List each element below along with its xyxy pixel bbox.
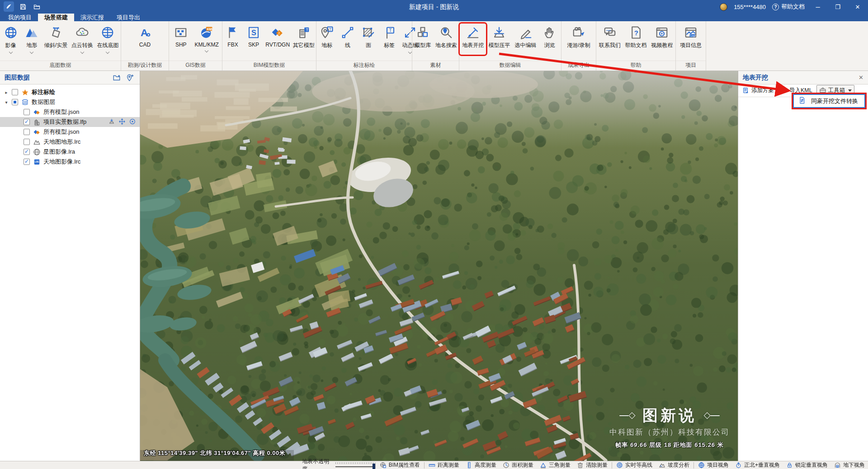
statusbar-items: BIM属性查看距离测量高度测量面积测量三角测量清除测量实时等高线坡度分析项目视角… <box>374 461 868 469</box>
ribbon-button-帮助文档[interactable]: ?帮助文档 <box>623 24 649 54</box>
layer-row-项目实景数据.lfp[interactable]: 项目实景数据.lfp <box>0 117 140 127</box>
ribbon-button-label: 影像 <box>5 42 16 49</box>
ribbon-button-线[interactable]: 线 <box>337 24 358 54</box>
maximize-button[interactable]: ❐ <box>831 4 844 10</box>
map-canvas[interactable] <box>140 71 738 461</box>
title-bar: 新建项目 - 图新说 155****4480 ? 帮助文档 ─ ❐ ✕ <box>0 0 868 14</box>
ribbon-button-在线底图[interactable]: 在线底图 <box>95 24 120 54</box>
close-button[interactable]: ✕ <box>851 4 864 10</box>
expander-collapsed-icon[interactable]: ▸ <box>4 90 9 95</box>
status-button-项目视角[interactable]: 项目视角 <box>695 461 732 469</box>
panel-close-icon[interactable]: ✕ <box>859 74 863 81</box>
layer-checkbox[interactable] <box>24 129 30 135</box>
ribbon-group-label: 标注标绘 <box>316 61 412 70</box>
ribbon-button-地形[interactable]: 地形 <box>21 24 42 54</box>
ribbon-button-漫游/录制[interactable]: 漫游/录制 <box>565 24 592 54</box>
ribbon-button-浏览[interactable]: 浏览 <box>539 24 560 54</box>
ribbon-button-地标[interactable]: T地标 <box>316 24 337 54</box>
ribbon-group-items: 漫游/录制 <box>561 21 596 61</box>
ribbon-button-倾斜/实景[interactable]: 倾斜/实景 <box>42 24 69 54</box>
ribbon-button-模型压平[interactable]: 模型压平 <box>486 24 512 54</box>
ribbon-button-SHP[interactable]: SHP <box>170 24 191 53</box>
slider-handle[interactable] <box>373 464 375 469</box>
menu-item-同豪开挖文件转换[interactable]: 同豪开挖文件转换 <box>793 94 865 108</box>
tab-row: 我的项目场景搭建演示汇报项目导出 <box>0 14 868 21</box>
layer-checkbox[interactable] <box>24 159 30 165</box>
status-button-正北+垂直视角[interactable]: 正北+垂直视角 <box>732 461 783 469</box>
account-label[interactable]: 155****4480 <box>734 4 766 10</box>
convert-doc-icon <box>798 97 806 105</box>
layer-checkbox[interactable] <box>24 109 30 115</box>
triangle-icon <box>540 462 547 469</box>
minimize-button[interactable]: ─ <box>811 4 825 10</box>
locate-icon[interactable] <box>129 118 136 125</box>
ribbon-button-项目信息[interactable]: Logo项目信息 <box>678 24 703 54</box>
height-icon <box>466 462 473 469</box>
ribbon-button-视频教程[interactable]: 视频教程 <box>649 24 675 54</box>
doc-q-icon: ? <box>628 25 644 40</box>
status-button-清除测量[interactable]: 清除测量 <box>574 461 611 469</box>
tab-场景搭建[interactable]: 场景搭建 <box>38 14 74 21</box>
ribbon-button-RVT/DGN[interactable]: 2RVT/DGN <box>264 24 291 53</box>
status-button-面积测量[interactable]: 面积测量 <box>500 461 537 469</box>
add-folder-icon[interactable] <box>112 73 122 82</box>
layer-row-所有模型.json[interactable]: 所有模型.json <box>0 107 140 117</box>
ribbon-button-CAD[interactable]: ACAD <box>135 24 156 53</box>
add-marker-icon[interactable] <box>125 73 135 82</box>
layer-row-所有模型.json[interactable]: 所有模型.json <box>0 127 140 137</box>
terrain-icon <box>33 138 41 146</box>
skp-icon: S <box>246 25 261 40</box>
layer-row-标注标绘[interactable]: ▸标注标绘 <box>0 87 140 97</box>
map-viewport[interactable]: 东经 115°14'39.39" 北纬 31°19'04.67" 高程 0.00… <box>140 71 738 461</box>
ribbon-button-label: FBX <box>227 42 238 48</box>
layer-checkbox[interactable] <box>12 89 18 95</box>
ribbon-group-BIM模型数据: FBXSSKP2RVT/DGNT其它模型BIM模型数据 <box>222 21 316 70</box>
ribbon-button-影像[interactable]: 影像 <box>0 24 21 54</box>
status-button-高度测量[interactable]: 高度测量 <box>462 461 500 469</box>
layer-checkbox[interactable] <box>24 119 30 125</box>
flatten-icon[interactable] <box>108 118 115 125</box>
tab-项目导出[interactable]: 项目导出 <box>110 14 146 21</box>
layer-checkbox[interactable] <box>24 139 30 145</box>
ribbon-button-label: 倾斜/实景 <box>44 42 67 49</box>
move-icon[interactable] <box>118 118 126 125</box>
ribbon-button-点云转换[interactable]: 点云转换 <box>70 24 95 54</box>
layer-row-actions <box>108 118 136 125</box>
ribbon-button-面[interactable]: 面 <box>358 24 379 54</box>
ribbon-button-FBX[interactable]: FBX <box>222 24 243 53</box>
ribbon-group-勘测/设计数据: ACAD勘测/设计数据 <box>121 21 169 70</box>
statusbar-separator <box>612 462 612 469</box>
status-button-地下视角[interactable]: 地下视角 <box>831 461 868 469</box>
ribbon-button-SKP[interactable]: SSKP <box>243 24 264 53</box>
fbx-icon <box>225 25 241 40</box>
status-button-BIM属性查看[interactable]: BIM属性查看 <box>377 461 423 469</box>
svg-text:T: T <box>329 27 332 32</box>
surface-opacity-slider[interactable] <box>335 462 374 469</box>
ribbon-button-地名搜索[interactable]: 地名搜索 <box>434 24 459 54</box>
ribbon-button-其它模型[interactable]: T其它模型 <box>291 24 316 54</box>
layer-row-星图影像.lra[interactable]: 星图影像.lra <box>0 147 140 157</box>
layer-row-数据图层[interactable]: ▾数据图层 <box>0 97 140 107</box>
ribbon-button-KML/KMZ[interactable]: KMLKML/KMZ <box>193 24 220 53</box>
layer-checkbox[interactable] <box>12 99 18 105</box>
status-button-label: 正北+垂直视角 <box>744 461 780 469</box>
expander-expanded-icon[interactable]: ▾ <box>4 100 9 105</box>
ribbon-button-选中编辑[interactable]: 选中编辑 <box>513 24 538 54</box>
status-button-锁定垂直视角[interactable]: 锁定垂直视角 <box>783 461 831 469</box>
bim-icon <box>380 462 387 469</box>
layer-row-天地图地形.lrc[interactable]: 天地图地形.lrc <box>0 137 140 147</box>
ribbon-button-地表开挖[interactable]: 地表开挖 <box>460 24 486 54</box>
status-button-三角测量[interactable]: 三角测量 <box>537 461 574 469</box>
status-button-距离测量[interactable]: 距离测量 <box>425 461 462 469</box>
help-doc-link[interactable]: ? 帮助文档 <box>772 3 805 11</box>
layer-checkbox[interactable] <box>24 149 30 155</box>
ribbon-button-标签[interactable]: T标签 <box>379 24 400 54</box>
tab-我的项目[interactable]: 我的项目 <box>2 14 38 21</box>
status-button-实时等高线[interactable]: 实时等高线 <box>613 461 656 469</box>
layer-row-天地图影像.lrc[interactable]: LRC天地图影像.lrc <box>0 157 140 167</box>
tab-演示汇报[interactable]: 演示汇报 <box>74 14 110 21</box>
status-button-坡度分析[interactable]: 坡度分析 <box>656 461 693 469</box>
ribbon-button-联系我们[interactable]: 联系我们 <box>597 24 623 54</box>
ribbon-button-模型库[interactable]: 模型库 <box>412 24 433 54</box>
toolbar-button-添加方案[interactable]: 添加方案 <box>740 85 776 96</box>
